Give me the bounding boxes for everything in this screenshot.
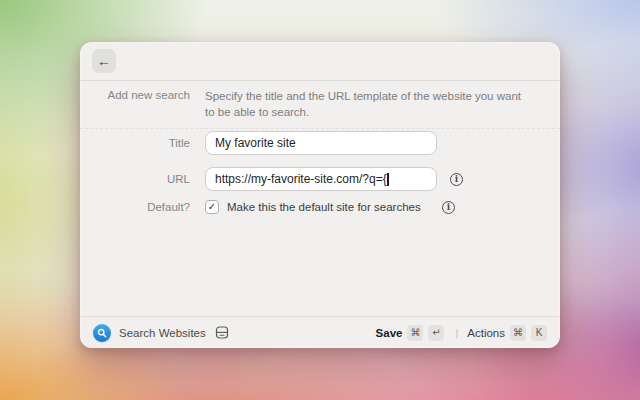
text-cursor [387,173,389,186]
disk-icon [215,326,229,339]
default-label: Default? [80,201,190,213]
url-row: URL https://my-favorite-site.com/?q={ i [80,167,560,191]
cmd-keycap: ⌘ [407,325,423,341]
back-button[interactable]: ← [92,49,116,73]
header-divider [80,80,560,81]
return-keycap: ↵ [428,325,444,341]
checkmark-icon: ✓ [208,202,216,212]
url-input-value: https://my-favorite-site.com/?q={ [215,172,387,186]
section-description: Specify the title and the URL template o… [205,88,527,120]
cmd-keycap: ⌘ [510,325,526,341]
default-checkbox-wrap: ✓ Make this the default site for searche… [205,200,421,214]
url-label: URL [80,173,190,185]
default-checkbox[interactable]: ✓ [205,200,219,214]
magnifier-icon [97,328,107,338]
app-name: Search Websites [119,327,206,339]
footer-bar: Search Websites Save ⌘ ↵ | Actions ⌘ K [80,317,560,348]
title-input[interactable]: My favorite site [205,131,437,155]
section-label: Add new search [80,88,190,120]
footer-separator: | [455,327,458,339]
url-info-icon[interactable]: i [450,173,463,186]
default-info-icon[interactable]: i [442,201,455,214]
section-header: Add new search Specify the title and the… [80,88,560,120]
actions-button[interactable]: Actions [467,327,505,339]
add-search-dialog: ← Add new search Specify the title and t… [80,42,560,348]
save-button[interactable]: Save [376,327,403,339]
default-checkbox-label[interactable]: Make this the default site for searches [227,201,421,213]
url-input[interactable]: https://my-favorite-site.com/?q={ [205,167,437,191]
title-row: Title My favorite site [80,131,560,155]
section-divider [80,128,560,129]
k-keycap: K [531,325,547,341]
title-input-value: My favorite site [215,136,296,150]
dialog-header: ← [80,42,560,80]
default-row: Default? ✓ Make this the default site fo… [80,199,560,215]
title-label: Title [80,137,190,149]
search-websites-app-icon [93,324,111,342]
back-arrow-icon: ← [97,54,111,68]
